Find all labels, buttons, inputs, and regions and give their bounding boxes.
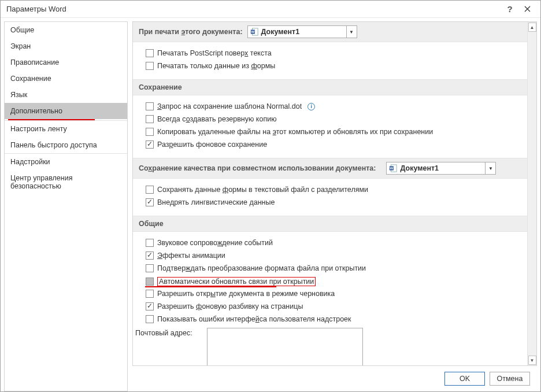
sidebar-item-addins[interactable]: Надстройки [5, 154, 127, 170]
sidebar-item-display[interactable]: Экран [5, 38, 127, 54]
options-content: При печати этого документа: W Документ1 … [133, 22, 527, 365]
chevron-down-icon: ▼ [485, 162, 495, 174]
sidebar-item-advanced[interactable]: Дополнительно [5, 103, 127, 119]
fidelity-doc-dropdown[interactable]: W Документ1 ▼ [386, 162, 496, 175]
titlebar: Параметры Word ? [1, 1, 540, 18]
checkbox-open-draft[interactable]: Разрешить открытие документа в режиме че… [146, 287, 519, 300]
cancel-button[interactable]: Отмена [490, 372, 530, 386]
section-header-general: Общие [133, 216, 527, 232]
sidebar-item-customize-ribbon[interactable]: Настроить ленту [5, 121, 127, 137]
close-icon [524, 6, 531, 12]
vertical-scrollbar[interactable]: ▲ ▼ [527, 22, 536, 365]
sidebar-item-proofing[interactable]: Правописание [5, 54, 127, 71]
section-header-save: Сохранение [133, 79, 527, 95]
word-doc-icon: W [389, 164, 397, 173]
sidebar-item-save[interactable]: Сохранение [5, 71, 127, 87]
section-header-fidelity: Сохранение качества при совместном испол… [133, 158, 527, 179]
dialog-title: Параметры Word [6, 5, 501, 13]
word-doc-icon: W [250, 27, 258, 36]
svg-text:W: W [390, 166, 394, 170]
checkbox-embed-linguistic[interactable]: Внедрять лингвистические данные [146, 196, 519, 209]
checkbox-sound-feedback[interactable]: Звуковое сопровождение событий [146, 236, 519, 249]
help-button[interactable]: ? [501, 1, 518, 18]
checkbox-addin-ui-errors[interactable]: Показывать ошибки интерфейса пользовател… [146, 313, 519, 326]
checkbox-print-form-data[interactable]: Печатать только данные из формы [146, 60, 519, 72]
checkbox-background-save[interactable]: Разрешить фоновое сохранение [146, 138, 519, 151]
scroll-down-button[interactable]: ▼ [528, 356, 536, 365]
annotation-highlight: Автоматически обновлять связи при открыт… [157, 277, 316, 286]
sidebar-item-language[interactable]: Язык [5, 87, 127, 103]
checkbox-postscript[interactable]: Печатать PostScript поверх текста [146, 47, 519, 60]
ok-button[interactable]: OK [444, 372, 485, 386]
checkbox-auto-update-links[interactable]: Автоматически обновлять связи при открыт… [146, 275, 519, 286]
category-sidebar[interactable]: Общие Экран Правописание Сохранение Язык… [4, 21, 128, 391]
print-doc-dropdown[interactable]: W Документ1 ▼ [247, 25, 357, 38]
checkbox-bg-pagination[interactable]: Разрешить фоновую разбивку на страницы [146, 300, 519, 313]
mail-address-textarea[interactable] [207, 328, 363, 365]
svg-text:W: W [251, 29, 254, 34]
checkbox-confirm-convert[interactable]: Подтверждать преобразование формата файл… [146, 262, 519, 275]
mail-address-label: Почтовый адрес: [135, 328, 203, 337]
chevron-down-icon: ▼ [346, 26, 357, 38]
sidebar-item-trust-center[interactable]: Центр управления безопасностью [5, 170, 127, 194]
dialog-footer: OK Отмена [132, 366, 537, 391]
checkbox-copy-remote[interactable]: Копировать удаленные файлы на этот компь… [146, 125, 519, 138]
word-options-dialog: Параметры Word ? Общие Экран Правописани… [0, 0, 541, 392]
info-icon[interactable]: i [307, 103, 315, 110]
close-button[interactable] [518, 1, 536, 18]
checkbox-prompt-normaldot[interactable]: Запрос на сохранение шаблона Normal.dot … [146, 100, 519, 113]
checkbox-animation[interactable]: Эффекты анимации [146, 249, 519, 262]
section-header-print-doc: При печати этого документа: W Документ1 … [133, 22, 527, 42]
sidebar-item-qat[interactable]: Панель быстрого доступа [5, 137, 127, 153]
sidebar-item-general[interactable]: Общие [5, 22, 127, 38]
checkbox-form-textfile[interactable]: Сохранять данные формы в текстовый файл … [146, 183, 519, 196]
checkbox-always-backup[interactable]: Всегда создавать резервную копию [146, 113, 519, 125]
scroll-up-button[interactable]: ▲ [528, 23, 536, 32]
